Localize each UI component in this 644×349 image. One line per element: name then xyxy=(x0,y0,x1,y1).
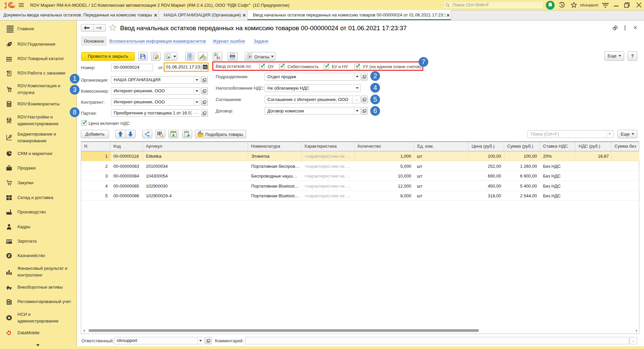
svg-text:₽: ₽ xyxy=(10,135,11,138)
svg-text:₽: ₽ xyxy=(8,254,10,258)
